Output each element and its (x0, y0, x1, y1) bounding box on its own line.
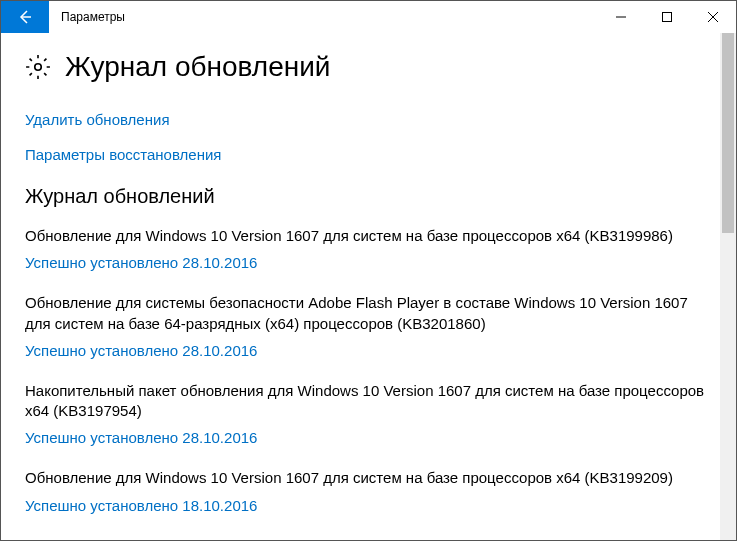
svg-point-4 (35, 64, 42, 71)
maximize-icon (662, 12, 672, 22)
update-status-link[interactable]: Успешно установлено 28.10.2016 (25, 342, 712, 359)
update-item: Обновление для Windows 10 Version 1607 д… (25, 226, 712, 271)
update-item: Накопительный пакет обновления для Windo… (25, 381, 712, 447)
window-title: Параметры (49, 1, 598, 33)
close-button[interactable] (690, 1, 736, 33)
update-status-link[interactable]: Успешно установлено 28.10.2016 (25, 254, 712, 271)
update-title: Обновление для системы безопасности Adob… (25, 293, 712, 334)
titlebar: Параметры (1, 1, 736, 33)
recovery-options-link[interactable]: Параметры восстановления (25, 146, 712, 163)
update-title: Накопительный пакет обновления для Windo… (25, 381, 712, 422)
update-history-heading: Журнал обновлений (25, 185, 712, 208)
uninstall-updates-link[interactable]: Удалить обновления (25, 111, 712, 128)
close-icon (708, 12, 718, 22)
maximize-button[interactable] (644, 1, 690, 33)
update-item: Обновление для Windows 10 Version 1607 д… (25, 468, 712, 513)
scrollbar[interactable] (720, 33, 736, 540)
page-header: Журнал обновлений (25, 51, 712, 83)
back-button[interactable] (1, 1, 49, 33)
minimize-button[interactable] (598, 1, 644, 33)
arrow-left-icon (17, 9, 33, 25)
update-item: Обновление для системы безопасности Adob… (25, 293, 712, 359)
gear-icon (25, 54, 51, 80)
update-title: Обновление для Windows 10 Version 1607 д… (25, 468, 712, 488)
scrollbar-thumb[interactable] (722, 33, 734, 233)
update-title: Обновление для Windows 10 Version 1607 д… (25, 226, 712, 246)
svg-rect-1 (663, 13, 672, 22)
minimize-icon (616, 12, 626, 22)
page-title: Журнал обновлений (65, 51, 330, 83)
content-area: Журнал обновлений Удалить обновления Пар… (1, 33, 736, 540)
update-status-link[interactable]: Успешно установлено 28.10.2016 (25, 429, 712, 446)
update-status-link[interactable]: Успешно установлено 18.10.2016 (25, 497, 712, 514)
window-controls (598, 1, 736, 33)
